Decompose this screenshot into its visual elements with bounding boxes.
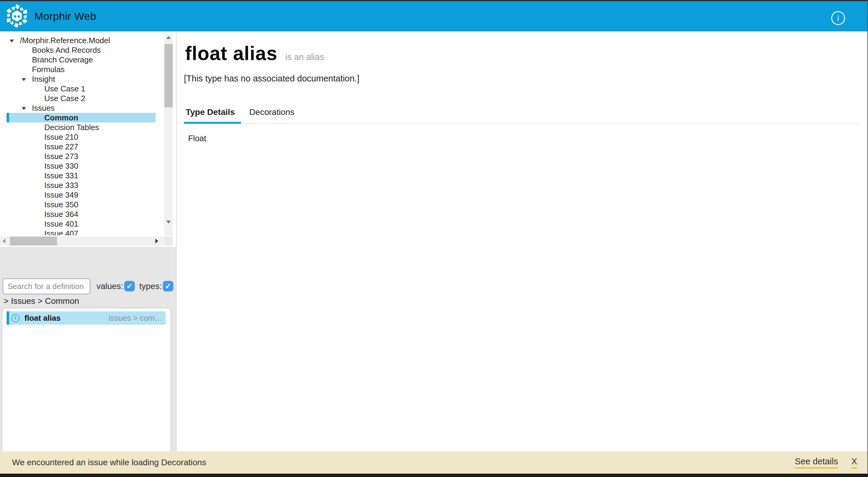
tree-item[interactable]: ▾Insight	[0, 74, 164, 84]
see-details-link[interactable]: See details	[795, 456, 838, 469]
tree-item-label: Issue 331	[44, 171, 79, 180]
check-icon: ✓	[165, 282, 171, 291]
title-row: float alias is an alias	[185, 42, 324, 65]
scroll-up-button[interactable]	[164, 33, 173, 42]
tree-item-label: Issue 273	[44, 152, 79, 161]
type-badge-icon: t	[11, 314, 20, 322]
tree-item[interactable]: Branch Coverage	[0, 55, 164, 65]
tree-item-label: Issue 333	[44, 181, 79, 190]
tree-item-label: Issue 401	[44, 219, 79, 229]
tree-item[interactable]: Use Case 1	[0, 84, 164, 93]
tree-item-label: Books And Records	[32, 46, 101, 55]
documentation-text: [This type has no associated documentati…	[184, 73, 360, 84]
tree-item[interactable]: Issue 333	[0, 180, 164, 190]
window-top-edge	[0, 0, 868, 1]
tree-item-label: Branch Coverage	[32, 55, 93, 65]
app-window: Morphir Web i ▾/Morphir.Reference.Model …	[0, 0, 868, 477]
tree-item[interactable]: Issue 273	[0, 151, 164, 161]
banner-close-button[interactable]: X	[851, 456, 857, 469]
values-checkbox[interactable]: ✓	[124, 281, 135, 292]
scroll-left-button[interactable]	[0, 237, 8, 246]
app-title: Morphir Web	[34, 1, 96, 31]
tab-decorations[interactable]: Decorations	[249, 108, 295, 123]
scroll-down-button[interactable]	[164, 218, 173, 226]
tree-item-selected[interactable]: Common	[7, 113, 156, 122]
tree-item-label: Issue 407	[44, 229, 79, 236]
warning-message: We encountered an issue while loading De…	[12, 458, 206, 467]
tree-item[interactable]: Issue 227	[0, 142, 164, 151]
tree-item[interactable]: Issue 349	[0, 190, 164, 200]
search-input[interactable]	[2, 278, 90, 295]
page-subtitle: is an alias	[285, 52, 324, 62]
tree-item-label: Issue 210	[44, 132, 79, 142]
tree-horizontal-scrollbar[interactable]	[0, 237, 164, 246]
tree-item-label: Use Case 1	[44, 84, 85, 93]
values-checkbox-label: values:	[96, 278, 123, 295]
tree-item[interactable]: Use Case 2	[0, 93, 164, 103]
tree-vertical-scrollbar[interactable]	[164, 33, 173, 236]
tree-item-label: Common	[44, 113, 79, 122]
types-checkbox[interactable]: ✓	[163, 281, 173, 292]
chevron-down-icon[interactable]: ▾	[19, 105, 29, 112]
window-bottom-edge	[0, 474, 868, 477]
tree-item-label: Formulas	[32, 65, 64, 74]
breadcrumb: > Issues > Common	[4, 296, 79, 306]
search-result-item[interactable]: t float alias issues > com…	[7, 311, 165, 325]
sidebar: ▾/Morphir.Reference.Model Books And Reco…	[0, 31, 176, 451]
tree-item[interactable]: Issue 350	[0, 200, 164, 209]
detail-tabs: Type Details Decorations	[185, 108, 860, 124]
tree-item[interactable]: ▾Issues	[0, 103, 164, 113]
tree-item-label: Use Case 2	[44, 94, 85, 103]
morphir-logo-icon	[5, 4, 29, 28]
tree-item-label: Issue 364	[44, 210, 79, 219]
tree-item-label: Issue 330	[44, 161, 79, 171]
types-checkbox-label: types:	[139, 278, 162, 295]
tree-item[interactable]: Books And Records	[0, 45, 164, 55]
banner-actions: See details X	[795, 451, 857, 474]
tree-item[interactable]: Formulas	[0, 65, 164, 74]
triangle-up-icon	[166, 36, 171, 39]
tree-item-label: Decision Tables	[44, 123, 99, 132]
tree-item[interactable]: Issue 407	[0, 229, 164, 235]
tree-item[interactable]: Issue 210	[0, 132, 164, 142]
chevron-down-icon[interactable]: ▾	[7, 37, 17, 44]
search-section: values: ✓ types: ✓ > Issues > Common t f…	[0, 247, 176, 451]
app-header: Morphir Web i	[0, 1, 868, 31]
module-tree: ▾/Morphir.Reference.Model Books And Reco…	[0, 31, 164, 235]
triangle-right-icon	[155, 239, 158, 243]
horizontal-scroll-thumb[interactable]	[10, 237, 57, 246]
type-details-content: Float	[188, 134, 206, 143]
tree-item-root[interactable]: ▾/Morphir.Reference.Model	[0, 36, 164, 45]
triangle-left-icon	[2, 239, 5, 243]
scroll-right-button[interactable]	[153, 237, 161, 246]
scrollbar-corner	[164, 237, 173, 246]
warning-banner: We encountered an issue while loading De…	[0, 451, 868, 474]
chevron-down-icon[interactable]: ▾	[19, 76, 29, 83]
tree-item-label: Insight	[32, 74, 55, 84]
page-title: float alias	[185, 42, 277, 65]
tree-item[interactable]: Issue 330	[0, 161, 164, 171]
tree-item-label: Issues	[32, 103, 55, 113]
result-path: issues > com…	[109, 314, 162, 323]
tree-item[interactable]: Issue 364	[0, 209, 164, 219]
main-panel: float alias is an alias [This type has n…	[177, 31, 868, 451]
tree-item[interactable]: Issue 331	[0, 171, 164, 180]
check-icon: ✓	[126, 282, 133, 291]
tree-item[interactable]: Decision Tables	[0, 122, 164, 132]
vertical-scroll-thumb[interactable]	[164, 44, 173, 108]
tree-item-label: Issue 350	[44, 200, 79, 209]
triangle-down-icon	[166, 220, 171, 223]
info-icon[interactable]: i	[831, 11, 845, 25]
result-name: float alias	[24, 314, 61, 323]
tree-item[interactable]: Issue 401	[0, 219, 164, 229]
tree-item-label: Issue 227	[44, 142, 79, 151]
tree-item-label: Issue 349	[44, 190, 79, 200]
tab-type-details[interactable]: Type Details	[185, 108, 236, 123]
tree-item-label: /Morphir.Reference.Model	[20, 36, 110, 45]
